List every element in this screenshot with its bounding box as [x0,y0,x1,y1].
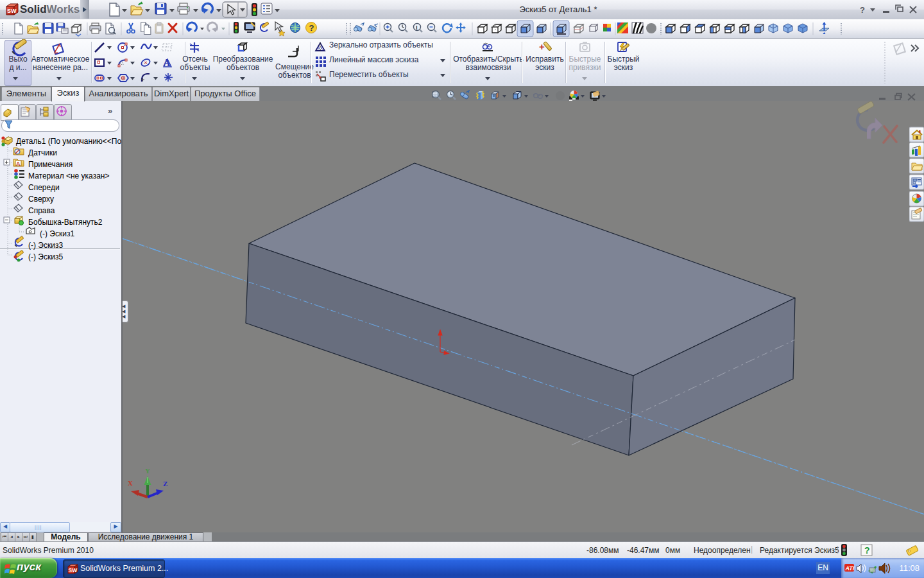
svg-text:?: ? [864,545,870,556]
svg-text:Z: Z [163,480,167,487]
svg-text:ATI: ATI [845,565,855,572]
svg-text:Y: Y [145,467,150,475]
svg-text:SW: SW [69,567,78,574]
svg-text:A: A [16,161,21,167]
svg-text:SW: SW [7,8,17,14]
svg-text:?: ? [309,23,314,33]
svg-text:X: X [128,479,133,487]
svg-text:?: ? [860,5,865,15]
svg-text:I: I [416,24,418,31]
